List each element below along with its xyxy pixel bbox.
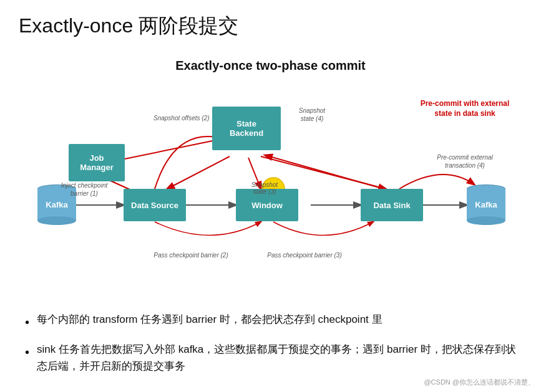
diagram-title: Exactly-once two-phase commit [31, 59, 510, 73]
snapshot-offsets-annotation: Snapshot offsets (2) [154, 114, 222, 122]
kafka-right: Kafka [467, 184, 505, 225]
data-source-box: Data Source [124, 189, 186, 221]
pre-commit-annotation: Pre-commit with externalstate in data si… [412, 99, 518, 118]
diagram-container: Exactly-once two-phase commit [19, 52, 522, 300]
bullet-dot-1: • [25, 312, 29, 332]
job-manager-box: JobManager [69, 144, 125, 181]
bullet-dot-2: • [25, 342, 29, 362]
svg-line-7 [167, 156, 230, 189]
inject-barrier-annotation: Inject checkpointbarrier (1) [56, 181, 112, 198]
bullet-item-1: • 每个内部的 transform 任务遇到 barrier 时，都会把状态存到… [25, 311, 516, 332]
pass-barrier2-annotation: Pass checkpoint barrier (2) [147, 251, 235, 259]
page-title: Exactly-once 两阶段提交 [19, 12, 522, 40]
bullet-text-1: 每个内部的 transform 任务遇到 barrier 时，都会把状态存到 c… [37, 311, 383, 328]
snapshot-state4-annotation: Snapshotstate (4) [287, 107, 337, 123]
state-backend-box: StateBackend [212, 107, 281, 150]
snapshot-state3-annotation: Snapshotstate (3) [240, 181, 290, 195]
bullets-section: • 每个内部的 transform 任务遇到 barrier 时，都会把状态存到… [19, 311, 522, 375]
diagram-area: JobManager StateBackend Kafka Data Sourc… [31, 88, 518, 287]
svg-line-5 [122, 139, 222, 160]
watermark: @CSDN @你怎么连话都说不清楚、 [424, 378, 535, 387]
bullet-item-2: • sink 任务首先把数据写入外部 kafka，这些数据都属于预提交的事务；遇… [25, 341, 516, 375]
bullet-text-2: sink 任务首先把数据写入外部 kafka，这些数据都属于预提交的事务；遇到 … [37, 341, 516, 375]
pre-commit-external-annotation: Pre-commit externaltransaction (4) [424, 153, 505, 170]
data-sink-box: Data Sink [361, 189, 423, 221]
pass-barrier3-annotation: Pass checkpoint barrier (3) [261, 251, 348, 259]
